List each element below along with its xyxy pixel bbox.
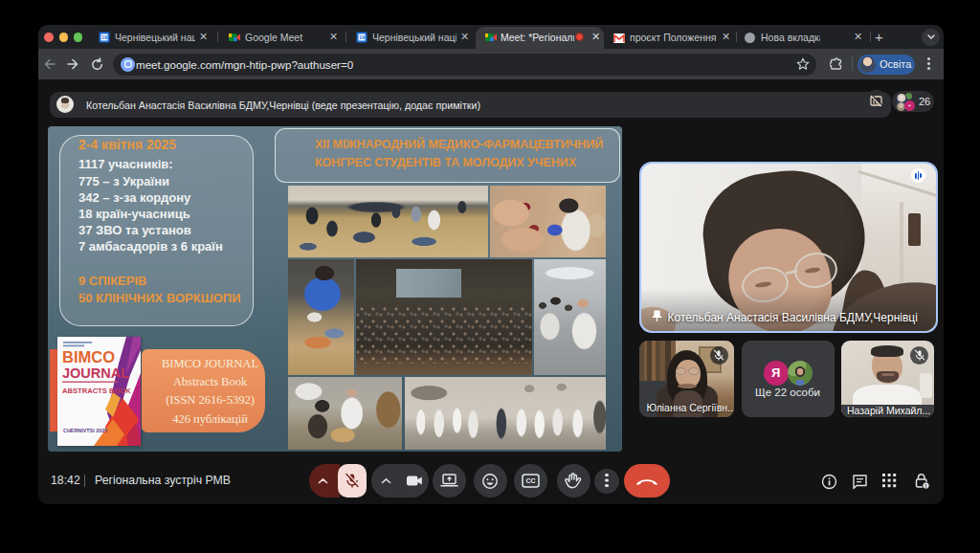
svg-text:!: ! [925,483,927,489]
svg-text:CHERNIVTSI 2025: CHERNIVTSI 2025 [63,428,107,433]
svg-text:BIMCO: BIMCO [62,348,115,365]
svg-text:CC: CC [525,477,535,484]
svg-text:JOURNAL: JOURNAL [62,365,129,381]
svg-text:19: 19 [101,34,107,40]
svg-text:ABSTRACTS BOOK: ABSTRACTS BOOK [62,387,131,395]
svg-text:19: 19 [359,34,365,40]
